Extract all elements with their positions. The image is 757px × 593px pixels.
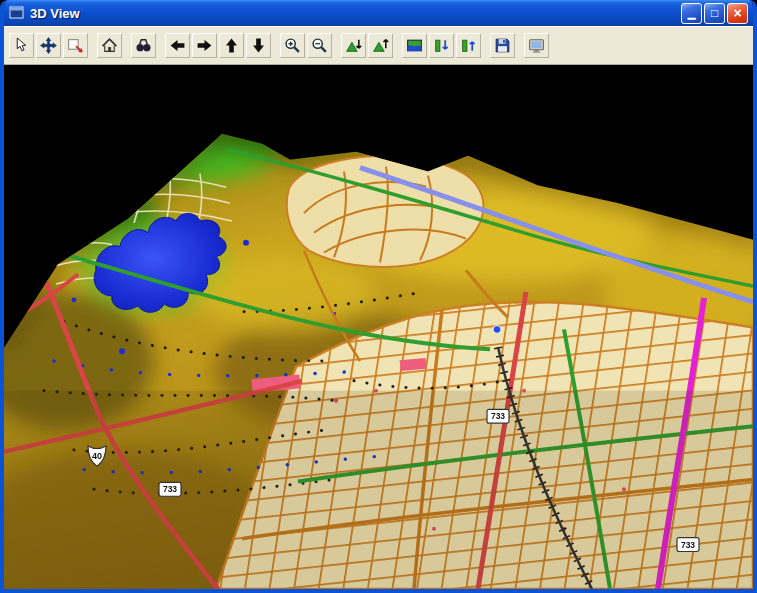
route-box-733-b: 733 bbox=[487, 409, 509, 423]
foreground-shade bbox=[4, 391, 753, 589]
titlebar[interactable]: 3D View ▁ □ × bbox=[4, 0, 753, 26]
exaggeration-down-button[interactable] bbox=[429, 33, 454, 58]
find-button[interactable] bbox=[131, 33, 156, 58]
route-box-733-c: 733 bbox=[677, 538, 699, 552]
water-view-button[interactable] bbox=[402, 33, 427, 58]
zoom-in-button[interactable] bbox=[280, 33, 305, 58]
select-cursor-icon bbox=[13, 37, 30, 54]
home-icon bbox=[101, 37, 118, 54]
app-icon bbox=[9, 5, 25, 21]
pond bbox=[243, 240, 249, 246]
move-up-button[interactable] bbox=[219, 33, 244, 58]
maximize-button[interactable]: □ bbox=[704, 3, 725, 24]
terrain-arrow-up-icon bbox=[372, 37, 389, 54]
3d-terrain-map[interactable]: 40 733 733 733 bbox=[4, 65, 753, 589]
save-button[interactable] bbox=[490, 33, 515, 58]
terrain-up-button[interactable] bbox=[368, 33, 393, 58]
bar-arrow-down-icon bbox=[433, 37, 450, 54]
region-select-icon bbox=[67, 37, 84, 54]
snapshot-button[interactable] bbox=[524, 33, 549, 58]
toolbar bbox=[4, 26, 753, 65]
region-tool-button[interactable] bbox=[63, 33, 88, 58]
arrow-left-icon bbox=[169, 37, 186, 54]
arrow-down-icon bbox=[250, 37, 267, 54]
window-controls: ▁ □ × bbox=[681, 3, 748, 24]
floppy-disk-icon bbox=[494, 37, 511, 54]
window-title: 3D View bbox=[30, 6, 676, 21]
move-arrows-icon bbox=[40, 37, 57, 54]
minimize-button[interactable]: ▁ bbox=[681, 3, 702, 24]
select-tool-button[interactable] bbox=[9, 33, 34, 58]
route-box-733-a: 733 bbox=[159, 482, 181, 496]
window-3d-view: 3D View ▁ □ × bbox=[0, 0, 757, 593]
bar-arrow-up-icon bbox=[460, 37, 477, 54]
terrain-arrow-down-icon bbox=[345, 37, 362, 54]
close-button[interactable]: × bbox=[727, 3, 748, 24]
binoculars-icon bbox=[135, 37, 152, 54]
route-label: 733 bbox=[681, 540, 695, 550]
route-label: 733 bbox=[163, 485, 177, 495]
screen-capture-icon bbox=[528, 37, 545, 54]
arrow-right-icon bbox=[196, 37, 213, 54]
zoom-out-icon bbox=[311, 37, 328, 54]
pond bbox=[119, 348, 125, 354]
shield-label: 40 bbox=[92, 451, 102, 461]
terrain-water-icon bbox=[406, 37, 423, 54]
move-right-button[interactable] bbox=[192, 33, 217, 58]
arrow-up-icon bbox=[223, 37, 240, 54]
poi-marker bbox=[493, 326, 501, 334]
route-label: 733 bbox=[491, 412, 505, 422]
exaggeration-up-button[interactable] bbox=[456, 33, 481, 58]
zoom-in-icon bbox=[284, 37, 301, 54]
pan-tool-button[interactable] bbox=[36, 33, 61, 58]
terrain-down-button[interactable] bbox=[341, 33, 366, 58]
home-view-button[interactable] bbox=[97, 33, 122, 58]
move-down-button[interactable] bbox=[246, 33, 271, 58]
move-left-button[interactable] bbox=[165, 33, 190, 58]
zoom-out-button[interactable] bbox=[307, 33, 332, 58]
map-viewport[interactable]: 40 733 733 733 bbox=[4, 65, 753, 589]
pond bbox=[72, 297, 77, 302]
